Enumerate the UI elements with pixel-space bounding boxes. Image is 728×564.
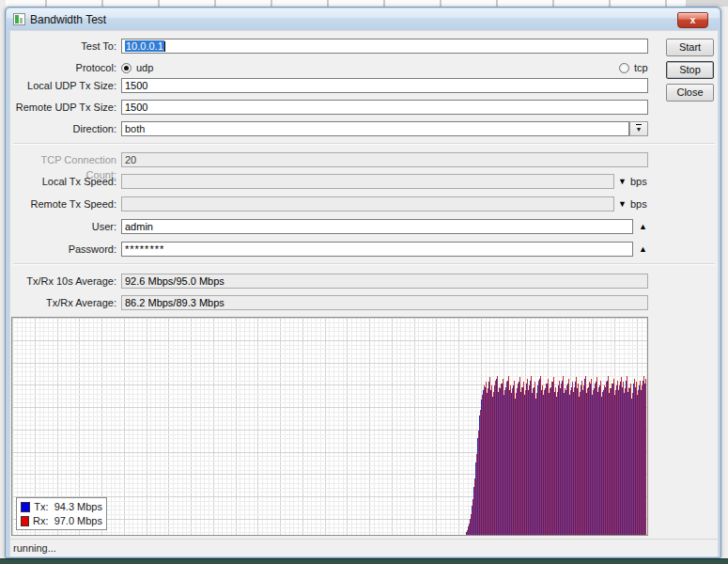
status-bar: running... <box>10 539 718 556</box>
local-udp-tx-size-label: Local UDP Tx Size: <box>10 78 116 93</box>
tx-color-swatch <box>21 502 30 512</box>
txrx-average-value: 86.2 Mbps/89.3 Mbps <box>121 295 648 310</box>
tx-legend-label: Tx: <box>34 500 54 514</box>
stop-button[interactable]: Stop <box>666 61 714 79</box>
udp-radio-label: udp <box>136 62 153 73</box>
local-tx-speed-dropdown-icon[interactable]: ▼ <box>618 174 627 189</box>
bandwidth-test-window: Bandwidth Test x Test To: 10.0.0.1 Proto… <box>5 7 721 558</box>
window-title: Bandwidth Test <box>30 13 106 26</box>
rx-legend-label: Rx: <box>33 514 54 528</box>
section-separator <box>13 143 715 145</box>
titlebar[interactable]: Bandwidth Test x <box>7 8 720 30</box>
test-to-selected-text: 10.0.0.1 <box>125 40 164 52</box>
password-collapse-icon[interactable]: ▲ <box>639 242 647 257</box>
legend-rx-row: Rx: 97.0 Mbps <box>21 514 102 528</box>
remote-tx-speed-unit: bps <box>630 196 647 212</box>
udp-radio[interactable] <box>121 63 132 73</box>
tx-legend-value: 94.3 Mbps <box>54 500 102 514</box>
close-icon[interactable]: x <box>677 12 708 28</box>
legend-tx-row: Tx: 94.3 Mbps <box>21 500 102 514</box>
direction-label: Direction: <box>10 121 116 136</box>
chart-legend: Tx: 94.3 Mbps Rx: 97.0 Mbps <box>16 497 107 530</box>
background-window-sliver <box>0 0 728 7</box>
protocol-udp-option[interactable]: udp <box>121 60 153 75</box>
test-to-input[interactable]: 10.0.0.1 <box>121 39 648 54</box>
local-tx-speed-label: Local Tx Speed: <box>10 174 116 189</box>
remote-tx-speed-label: Remote Tx Speed: <box>10 196 116 212</box>
tcp-radio-label: tcp <box>634 62 648 73</box>
direction-dropdown-button[interactable]: ▼ <box>629 121 648 136</box>
bandwidth-graph-panel: Tx: 94.3 Mbps Rx: 97.0 Mbps <box>11 317 648 536</box>
tcp-radio[interactable] <box>619 63 629 73</box>
txrx-average-label: Tx/Rx Average: <box>10 295 116 310</box>
remote-udp-tx-size-label: Remote UDP Tx Size: <box>10 100 116 115</box>
background-bottom-bar <box>0 558 728 564</box>
dialog-body: Test To: 10.0.0.1 Protocol: udp tcp Loca… <box>9 30 719 556</box>
background-block <box>686 0 728 7</box>
rx-legend-value: 97.0 Mbps <box>54 514 102 528</box>
section-separator <box>13 263 715 265</box>
bandwidth-test-icon <box>13 13 25 25</box>
tcp-connection-count-label: TCP Connection Count: <box>10 152 116 167</box>
user-collapse-icon[interactable]: ▲ <box>639 219 647 234</box>
password-input[interactable] <box>121 242 633 257</box>
bandwidth-chart <box>12 318 647 535</box>
remote-tx-speed-input <box>121 196 614 212</box>
local-udp-tx-size-input[interactable] <box>121 78 648 93</box>
local-tx-speed-input <box>121 174 614 189</box>
text-caret <box>164 41 165 52</box>
user-input[interactable] <box>121 219 633 234</box>
tcp-connection-count-input <box>121 152 648 167</box>
user-label: User: <box>10 219 116 234</box>
protocol-tcp-option[interactable]: tcp <box>619 60 648 75</box>
password-label: Password: <box>10 242 116 257</box>
test-to-label: Test To: <box>10 39 116 54</box>
direction-select[interactable]: both <box>121 121 629 136</box>
txrx-10s-average-label: Tx/Rx 10s Average: <box>10 274 116 289</box>
remote-tx-speed-dropdown-icon[interactable]: ▼ <box>618 196 627 212</box>
txrx-10s-average-value: 92.6 Mbps/95.0 Mbps <box>121 274 648 289</box>
protocol-label: Protocol: <box>10 60 116 75</box>
rx-color-swatch <box>21 516 29 526</box>
local-tx-speed-unit: bps <box>630 174 647 189</box>
close-button[interactable]: Close <box>666 84 714 102</box>
chevron-down-bar-icon: ▼ <box>636 124 643 133</box>
start-button[interactable]: Start <box>666 39 714 56</box>
remote-udp-tx-size-input[interactable] <box>121 100 648 115</box>
